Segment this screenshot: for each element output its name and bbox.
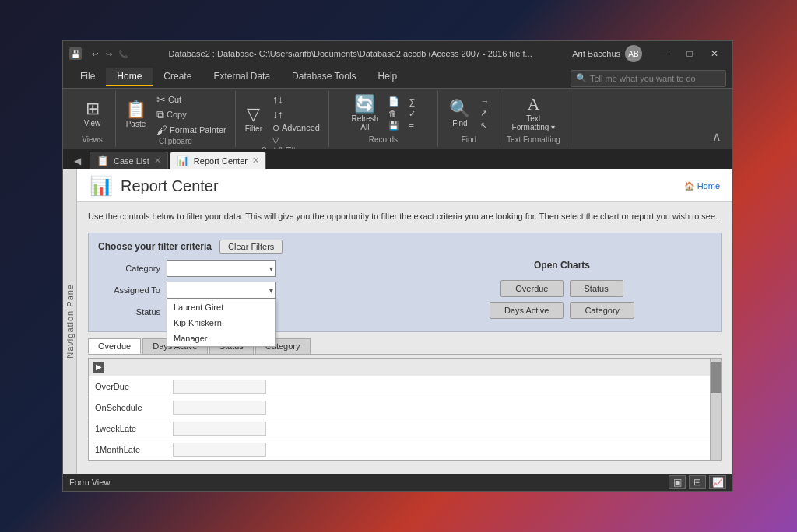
expand-button[interactable]: ▶ [93, 362, 104, 373]
tab-external-data[interactable]: External Data [202, 68, 281, 86]
paste-label: Paste [126, 120, 146, 128]
tab-case-list[interactable]: 📋 Case List ✕ [90, 152, 168, 169]
ribbon-group-records: 🔄 RefreshAll 📄 🗑 💾 [329, 91, 438, 147]
paste-button[interactable]: 📋 Paste [122, 100, 149, 130]
data-row-1weeklate: 1weekLate [89, 418, 721, 439]
category-chart-button[interactable]: Category [570, 302, 634, 319]
status-icon-form[interactable]: ▣ [669, 475, 686, 489]
tab-file[interactable]: File [69, 68, 106, 86]
report-body: Use the controls below to filter your da… [77, 202, 732, 474]
data-tab-overdue[interactable]: Overdue [88, 338, 141, 354]
filter-row-category: Category [98, 260, 397, 277]
navigation-pane[interactable]: Navigation Pane [63, 169, 77, 474]
new-record-button[interactable]: 📄 [386, 96, 402, 107]
report-center-close[interactable]: ✕ [252, 156, 259, 166]
filter-button[interactable]: ▽ Filter [242, 104, 265, 135]
tab-report-center[interactable]: 📊 Report Center ✕ [170, 152, 266, 169]
redo-button[interactable]: ↪ [104, 48, 114, 59]
filter-label: Filter [245, 124, 262, 133]
descending-button[interactable]: ↓↑ [270, 107, 322, 121]
tab-help[interactable]: Help [367, 68, 409, 86]
filter-content: Category Assigned To [98, 260, 711, 325]
find-button[interactable]: 🔍 Find [446, 99, 473, 129]
view-icon: ⊞ [86, 100, 100, 117]
overdue-label: OverDue [95, 382, 165, 391]
replace-button[interactable]: → [478, 96, 491, 107]
1weeklate-input[interactable] [173, 422, 266, 436]
report-title: Report Center [121, 177, 219, 195]
goto-button[interactable]: ↗ [478, 107, 491, 119]
tab-create[interactable]: Create [153, 68, 202, 86]
dropdown-item-kip[interactable]: Kip Kniskern [167, 315, 275, 331]
copy-label: Copy [167, 110, 187, 119]
search-bar[interactable]: 🔍 Tell me what you want to do [571, 70, 726, 87]
spelling-button[interactable]: ✓ [406, 108, 418, 120]
format-painter-button[interactable]: 🖌 Format Painter [154, 123, 229, 137]
text-formatting-items: A TextFormatting ▾ [509, 93, 559, 135]
text-formatting-button[interactable]: A TextFormatting ▾ [509, 94, 559, 133]
tab-home[interactable]: Home [106, 68, 153, 86]
category-label: Category [98, 264, 160, 273]
view-button[interactable]: ⊞ View [81, 99, 104, 129]
select-icon: ↖ [480, 121, 487, 131]
records-group-label: Records [369, 135, 398, 145]
cut-button[interactable]: ✂ Cut [154, 93, 229, 107]
delete-button[interactable]: 🗑 [386, 108, 402, 119]
title-bar: 💾 ↩ ↪ 📞 Database2 : Database- C:\Users\a… [63, 41, 732, 66]
onschedule-input[interactable] [173, 401, 266, 415]
category-select[interactable] [167, 260, 276, 277]
save-button[interactable]: 📞 [118, 48, 128, 59]
clear-filters-button[interactable]: Clear Filters [219, 240, 283, 254]
select-button[interactable]: ↖ [478, 120, 491, 131]
tab-database-tools[interactable]: Database Tools [281, 68, 367, 86]
refresh-icon: 🔄 [354, 96, 375, 113]
advanced-button[interactable]: ⊕ Advanced [270, 122, 322, 134]
nav-toggle-button[interactable]: ◀ [69, 153, 85, 169]
copy-button[interactable]: ⧉ Copy [154, 107, 229, 122]
status-icon-datasheet[interactable]: ⊟ [689, 475, 706, 489]
ribbon-group-find: 🔍 Find → ↗ ↖ Find [438, 91, 500, 147]
days-active-chart-button[interactable]: Days Active [490, 302, 564, 319]
totals-icon: ∑ [409, 97, 415, 107]
filter-icon: ▽ [247, 106, 260, 123]
overdue-chart-button[interactable]: Overdue [500, 280, 563, 297]
home-link-label: Home [697, 181, 720, 191]
copy-icon: ⧉ [156, 108, 164, 121]
case-list-close[interactable]: ✕ [154, 156, 161, 166]
ribbon-collapse-button[interactable]: ∧ [707, 128, 726, 145]
scrollbar[interactable] [710, 359, 721, 460]
refresh-all-button[interactable]: 🔄 RefreshAll [348, 94, 381, 133]
maximize-button[interactable]: □ [678, 44, 701, 63]
overdue-input[interactable] [173, 380, 266, 394]
more-icon: ≡ [409, 121, 413, 131]
find-items: 🔍 Find → ↗ ↖ [446, 93, 491, 135]
1monthlate-input[interactable] [173, 443, 266, 457]
more-button[interactable]: ≡ [406, 121, 418, 131]
refresh-label: RefreshAll [351, 114, 378, 131]
ascending-button[interactable]: ↑↓ [270, 93, 322, 107]
totals-button[interactable]: ∑ [406, 96, 418, 107]
assigned-label: Assigned To [98, 285, 160, 295]
status-chart-button[interactable]: Status [570, 280, 623, 297]
advanced-label: Advanced [282, 123, 320, 132]
save-record-button[interactable]: 💾 [386, 120, 402, 131]
toggle-filter-button[interactable]: ▽ [270, 135, 322, 146]
minimize-button[interactable]: — [653, 44, 676, 63]
status-icon-layout[interactable]: 📈 [709, 475, 726, 489]
report-center-tab-label: Report Center [194, 156, 248, 166]
search-placeholder: Tell me what you want to do [590, 74, 696, 83]
replace-icon: → [480, 96, 489, 106]
spelling-icon: ✓ [409, 109, 416, 119]
home-link[interactable]: 🏠 Home [684, 181, 720, 191]
dropdown-item-manager[interactable]: Manager [167, 331, 275, 346]
assigned-select[interactable] [167, 282, 276, 299]
dropdown-item-laurent[interactable]: Laurent Giret [167, 299, 275, 315]
text-formatting-group-label: Text Formatting [507, 135, 560, 145]
report-header-icon: 📊 [90, 175, 113, 197]
close-button[interactable]: ✕ [703, 44, 726, 63]
nav-pane-label: Navigation Pane [65, 284, 75, 359]
open-charts-title: Open Charts [413, 260, 711, 271]
undo-button[interactable]: ↩ [90, 48, 100, 59]
sort-filter-items: ▽ Filter ↑↓ ↓↑ ⊕ Advanced [242, 93, 322, 146]
onschedule-label: OnSchedule [95, 403, 165, 412]
